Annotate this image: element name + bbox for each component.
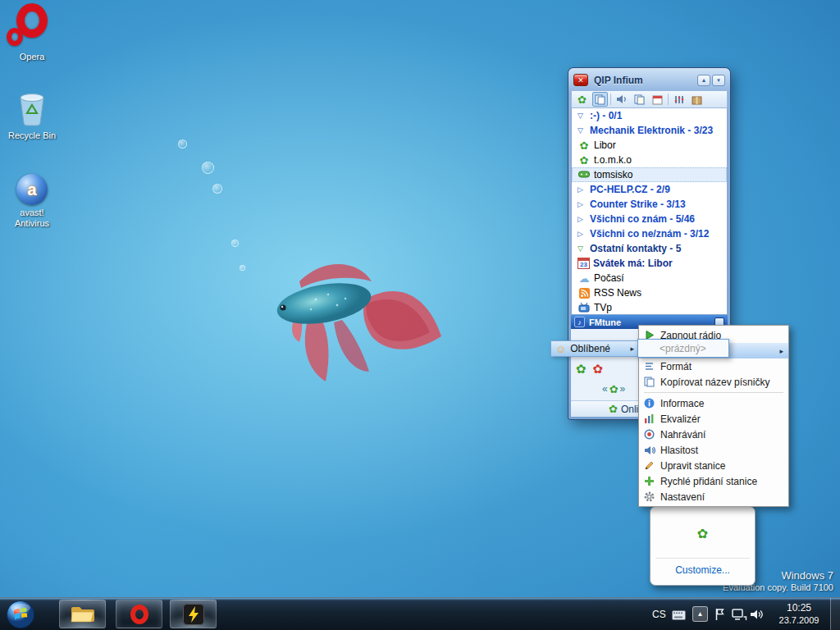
menu-item-ekvalizer[interactable]: Ekvalizér — [639, 411, 788, 427]
plugin-pocasi[interactable]: ☁ Počasí — [572, 271, 727, 285]
gear-icon — [644, 491, 655, 502]
contact-name: t.o.m.k.o — [594, 154, 632, 166]
recycle-bin-icon — [16, 90, 48, 128]
group-vsichni-co-neznam[interactable]: ▷ Všichni co ne/znám - 3/12 — [572, 226, 727, 241]
betta-fish — [242, 242, 447, 386]
sound-button[interactable] — [614, 92, 629, 107]
keyboard-icon[interactable] — [672, 610, 686, 620]
qip-titlebar[interactable]: ✕ QIP Infium ▲ ▾ — [571, 70, 728, 90]
start-button[interactable] — [6, 600, 35, 630]
tray-overflow-popup: ✿ Customize... — [650, 506, 756, 586]
clock[interactable]: 10:25 23.7.2009 — [769, 602, 829, 625]
plugin-tvp[interactable]: TVp — [572, 300, 727, 315]
history-button[interactable] — [632, 92, 647, 107]
profiles-button[interactable] — [592, 92, 608, 107]
transport-flower-icon[interactable]: ✿ — [609, 384, 619, 395]
equalizer-icon — [644, 413, 655, 424]
group-counter-strike[interactable]: ▷ Counter Strike - 3/13 — [572, 197, 727, 212]
icq-flower-icon: ✿ — [580, 155, 589, 166]
group-pc-help[interactable]: ▷ PC-HELP.CZ - 2/9 — [572, 182, 727, 197]
add-icon — [644, 476, 655, 486]
rollup-icon: ▲ — [701, 77, 707, 83]
guillemet-right-icon: » — [620, 383, 626, 395]
menu-item-rychle-pridani[interactable]: Rychlé přidání stanice — [639, 473, 788, 489]
clock-time: 10:25 — [769, 602, 829, 614]
sliders-icon — [673, 94, 684, 105]
contact-libor[interactable]: ✿ Libor — [572, 138, 727, 153]
menu-item-label: Rychlé přidání stanice — [660, 476, 757, 487]
plugin-rss-news[interactable]: RSS News — [572, 285, 727, 300]
guillemet-left-icon: « — [602, 383, 608, 395]
menu-item-format[interactable]: Formát — [639, 358, 788, 374]
bubble — [212, 184, 222, 194]
desktop-icon-recycle-bin[interactable]: Recycle Bin — [0, 90, 64, 141]
contact-tomko[interactable]: ✿ t.o.m.k.o — [572, 153, 727, 167]
qip-tray-icon[interactable]: ✿ — [697, 528, 708, 539]
menu-item-hlasitost[interactable]: Hlasitost — [639, 442, 788, 458]
speaker-icon — [616, 94, 628, 104]
group-ostatni-kontakty[interactable]: ▽ Ostatní kontakty - 5 — [572, 241, 727, 256]
desktop-icon-label-line1: avast! — [0, 208, 64, 218]
menu-item-nastaveni[interactable]: Nastavení — [639, 489, 788, 504]
lightning-icon — [183, 604, 204, 625]
up-arrow-icon: ▲ — [697, 610, 704, 618]
group-vsichni-co-znam[interactable]: ▷ Všichni co znám - 5/46 — [572, 212, 727, 226]
menu-item-oblibene[interactable]: ☺ Oblíbené ▸ — [550, 340, 639, 357]
menu-item-informace[interactable]: Informace — [639, 395, 788, 411]
menu-separator — [644, 392, 783, 393]
menu-item-upravit-stanice[interactable]: Upravit stanice — [639, 458, 788, 473]
menu-item-label: Nahrávání — [660, 429, 705, 441]
group-label: PC-HELP.CZ - 2/9 — [590, 184, 670, 195]
menu-item-kopirovat[interactable]: Kopírovat název písničky — [639, 374, 788, 390]
contact-tomsisko[interactable]: tomsisko — [572, 167, 727, 182]
settings-button[interactable] — [671, 92, 687, 107]
window-menu-button[interactable]: ▾ — [712, 75, 725, 86]
windows-orb-icon — [6, 600, 35, 629]
desktop-icon-label-line2: Antivirus — [0, 218, 64, 229]
profiles-icon — [595, 94, 605, 105]
submenu-arrow-icon: ▸ — [779, 347, 783, 355]
status-flower-green-icon[interactable]: ✿ — [576, 363, 587, 374]
desktop-icon-opera[interactable]: Opera — [0, 3, 64, 62]
taskbar-button-explorer[interactable] — [59, 600, 106, 628]
opera-logo-small-icon — [7, 28, 23, 46]
rollup-button[interactable]: ▲ — [697, 75, 710, 86]
event-svatek[interactable]: 23 Svátek má: Libor — [572, 256, 727, 271]
show-desktop-button[interactable] — [830, 598, 840, 630]
plugins-button[interactable] — [689, 92, 705, 107]
online-status-icon: ✿ — [609, 404, 618, 414]
collapse-triangle-icon: ▽ — [578, 126, 590, 135]
icq-flower-icon: ✿ — [580, 140, 589, 151]
collapse-triangle-icon: ▽ — [578, 244, 590, 253]
status-button[interactable]: ✿ — [574, 92, 590, 107]
show-hidden-icons-button[interactable]: ▲ — [692, 606, 708, 622]
package-icon — [692, 94, 702, 105]
expand-triangle-icon: ▷ — [578, 215, 590, 223]
cloud-icon: ☁ — [578, 272, 591, 285]
status-flower-red-icon[interactable]: ✿ — [593, 363, 604, 374]
menu-item-nahravani[interactable]: Nahrávání — [639, 427, 788, 442]
expand-triangle-icon: ▷ — [578, 230, 590, 238]
desktop-icon-avast[interactable]: a avast! Antivirus — [0, 174, 64, 229]
collapse-triangle-icon: ▽ — [578, 112, 590, 120]
window-menu-icon: ▾ — [717, 77, 720, 84]
volume-tray-icon[interactable] — [750, 609, 764, 620]
taskbar-button-opera[interactable] — [116, 600, 162, 628]
group-mechanik-elektronik[interactable]: ▽ Mechanik Elektronik - 3/23 — [572, 123, 727, 138]
customize-link[interactable]: Customize... — [654, 559, 751, 576]
contact-name: Libor — [594, 139, 616, 151]
calendar-button[interactable] — [650, 92, 665, 107]
group-label: Mechanik Elektronik - 3/23 — [590, 125, 713, 136]
close-button[interactable]: ✕ — [573, 74, 588, 86]
group-label: Všichni co ne/znám - 3/12 — [590, 228, 709, 240]
language-indicator[interactable]: CS — [652, 609, 666, 620]
contact-name: tomsisko — [594, 169, 632, 180]
smiley-icon: ☺ — [555, 343, 566, 355]
contact-list: ▽ :-) - 0/1 ▽ Mechanik Elektronik - 3/23… — [571, 108, 728, 315]
event-label: Svátek má: Libor — [593, 258, 673, 269]
group-smiley[interactable]: ▽ :-) - 0/1 — [572, 108, 727, 123]
action-center-flag-icon[interactable] — [714, 608, 725, 621]
submenu-item-empty: <prázdný> — [660, 343, 706, 354]
network-icon[interactable] — [732, 609, 747, 621]
taskbar-button-lightning-app[interactable] — [170, 600, 217, 628]
